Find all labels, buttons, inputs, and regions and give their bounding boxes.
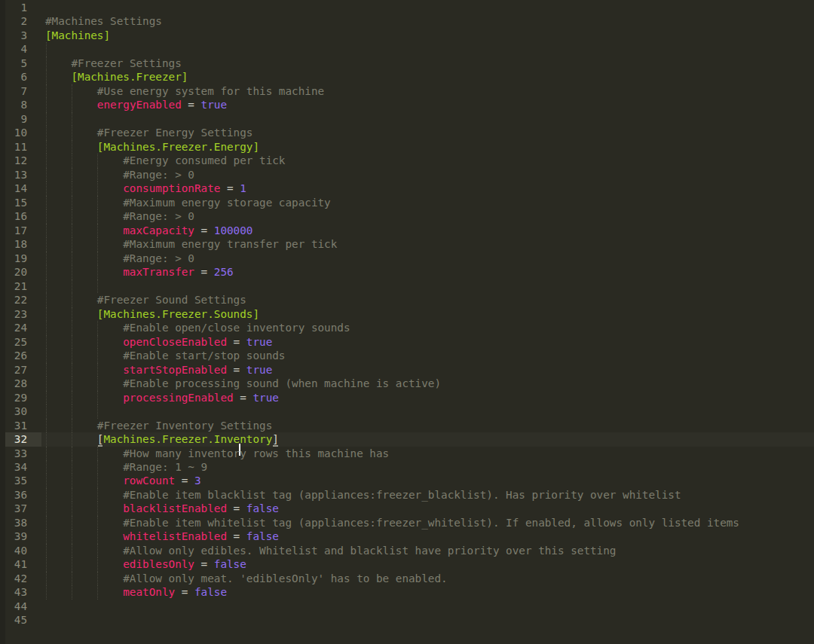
line-number[interactable]: 45 (0, 613, 41, 627)
line-number[interactable]: 43 (0, 585, 41, 599)
code-line[interactable]: 33#How many inventory rows this machine … (0, 447, 814, 460)
line-number[interactable]: 25 (0, 335, 41, 349)
code-line[interactable]: 31#Freezer Inventory Settings (0, 419, 814, 432)
code-line[interactable]: 38#Enable item whitelist tag (appliances… (0, 516, 814, 530)
code-line[interactable]: 37blacklistEnabled = false (0, 502, 814, 515)
code-line[interactable]: 18#Maximum energy transfer per tick (0, 237, 814, 251)
code-line[interactable]: 22#Freezer Sound Settings (0, 293, 814, 307)
line-number[interactable]: 21 (0, 279, 41, 293)
line-number[interactable]: 16 (0, 209, 41, 223)
indent-guide (46, 474, 47, 487)
line-number[interactable]: 15 (0, 196, 41, 209)
code-line[interactable]: 42#Allow only meat. 'ediblesOnly' has to… (0, 572, 814, 585)
line-number[interactable]: 36 (0, 488, 41, 502)
line-number[interactable]: 39 (0, 530, 41, 543)
line-number[interactable]: 32 (0, 432, 41, 446)
line-number[interactable]: 42 (0, 572, 41, 585)
line-number[interactable]: 18 (0, 237, 41, 251)
indent-guide (72, 140, 72, 154)
code-line[interactable]: 13#Range: > 0 (0, 168, 814, 182)
line-number[interactable]: 41 (0, 557, 41, 571)
line-number[interactable]: 24 (0, 321, 41, 334)
code-line[interactable]: 44 (0, 600, 814, 613)
code-line[interactable]: 5#Freezer Settings (0, 56, 814, 70)
line-number[interactable]: 40 (0, 544, 41, 557)
code-editor[interactable]: 12#Machines Settings3[Machines]45#Freeze… (0, 0, 814, 644)
line-number[interactable]: 5 (0, 56, 41, 70)
line-number[interactable]: 26 (0, 349, 41, 362)
line-number[interactable]: 3 (0, 29, 41, 42)
line-number[interactable]: 33 (0, 447, 41, 460)
code-line[interactable]: 27startStopEnabled = true (0, 363, 814, 377)
line-number[interactable]: 34 (0, 460, 41, 474)
code-line[interactable]: 25openCloseEnabled = true (0, 335, 814, 349)
code-line[interactable]: 23[Machines.Freezer.Sounds] (0, 307, 814, 321)
code-line[interactable]: 15#Maximum energy storage capacity (0, 196, 814, 209)
line-number[interactable]: 23 (0, 307, 41, 321)
code-line[interactable]: 6[Machines.Freezer] (0, 70, 814, 84)
line-number[interactable]: 8 (0, 98, 41, 111)
line-number[interactable]: 19 (0, 252, 41, 265)
code-line[interactable]: 28#Enable processing sound (when machine… (0, 377, 814, 390)
code-lines-container[interactable]: 12#Machines Settings3[Machines]45#Freeze… (0, 0, 814, 627)
line-number[interactable]: 1 (0, 1, 41, 14)
line-number[interactable]: 6 (0, 70, 41, 84)
indent-guide (72, 196, 72, 209)
line-number[interactable]: 14 (0, 182, 41, 195)
code-line[interactable]: 39whitelistEnabled = false (0, 530, 814, 543)
token-comment: #Allow only meat. 'ediblesOnly' has to b… (123, 572, 447, 584)
code-line[interactable]: 32[Machines.Freezer.Inventory] (0, 432, 814, 446)
token-val: 256 (214, 266, 234, 278)
code-line[interactable]: 35rowCount = 3 (0, 474, 814, 487)
code-line[interactable]: 24#Enable open/close inventory sounds (0, 321, 814, 334)
line-number[interactable]: 4 (0, 42, 41, 56)
code-line[interactable]: 21 (0, 279, 814, 293)
code-line[interactable]: 9 (0, 112, 814, 126)
code-line[interactable]: 20maxTransfer = 256 (0, 265, 814, 279)
code-line[interactable]: 34#Range: 1 ~ 9 (0, 460, 814, 474)
line-number[interactable]: 28 (0, 377, 41, 390)
code-line[interactable]: 36#Enable item blacklist tag (appliances… (0, 488, 814, 502)
code-line[interactable]: 2#Machines Settings (0, 14, 814, 28)
code-line[interactable]: 14consumptionRate = 1 (0, 182, 814, 195)
code-line[interactable]: 43meatOnly = false (0, 585, 814, 599)
indent-guide (72, 84, 72, 98)
line-number[interactable]: 11 (0, 140, 41, 154)
line-number[interactable]: 31 (0, 419, 41, 432)
line-number[interactable]: 12 (0, 154, 41, 167)
code-line[interactable]: 30 (0, 404, 814, 418)
line-number[interactable]: 38 (0, 516, 41, 530)
line-number[interactable]: 44 (0, 600, 41, 613)
line-number[interactable]: 2 (0, 14, 41, 28)
code-line[interactable]: 40#Allow only edibles. Whitelist and bla… (0, 544, 814, 557)
line-number[interactable]: 22 (0, 293, 41, 307)
line-number[interactable]: 9 (0, 112, 41, 126)
line-number[interactable]: 27 (0, 363, 41, 377)
code-line[interactable]: 1 (0, 1, 814, 14)
code-line[interactable]: 10#Freezer Energy Settings (0, 126, 814, 139)
code-line[interactable]: 29processingEnabled = true (0, 391, 814, 404)
code-line[interactable]: 17maxCapacity = 100000 (0, 224, 814, 237)
code-line[interactable]: 26#Enable start/stop sounds (0, 349, 814, 362)
line-number[interactable]: 13 (0, 168, 41, 182)
code-line[interactable]: 16#Range: > 0 (0, 209, 814, 223)
code-line[interactable]: 41ediblesOnly = false (0, 557, 814, 571)
code-line[interactable]: 8energyEnabled = true (0, 98, 814, 111)
line-number[interactable]: 20 (0, 265, 41, 279)
code-line[interactable]: 19#Range: > 0 (0, 252, 814, 265)
code-line[interactable]: 11[Machines.Freezer.Energy] (0, 140, 814, 154)
code-line[interactable]: 4 (0, 42, 814, 56)
code-line[interactable]: 3[Machines] (0, 29, 814, 42)
code-line[interactable]: 12#Energy consumed per tick (0, 154, 814, 167)
code-line[interactable]: 45 (0, 613, 814, 627)
code-text: whitelistEnabled = false (123, 530, 279, 543)
line-number[interactable]: 30 (0, 404, 41, 418)
line-number[interactable]: 37 (0, 502, 41, 515)
line-number[interactable]: 29 (0, 391, 41, 404)
line-number[interactable]: 10 (0, 126, 41, 139)
line-number[interactable]: 7 (0, 84, 41, 98)
line-number[interactable]: 17 (0, 224, 41, 237)
code-line-content (45, 404, 814, 418)
line-number[interactable]: 35 (0, 474, 41, 487)
code-line[interactable]: 7#Use energy system for this machine (0, 84, 814, 98)
